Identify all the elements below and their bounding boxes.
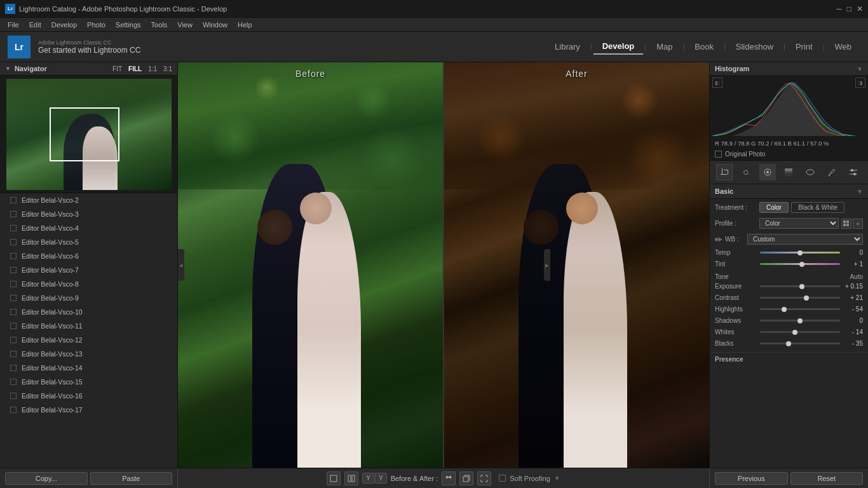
nav-web[interactable]: Web [826,39,861,54]
menu-window[interactable]: Window [198,18,233,32]
preset-item-1[interactable]: Editor Belal-Vsco-2 [0,193,177,207]
menu-edit[interactable]: Edit [24,18,46,32]
whites-slider-track[interactable] [760,331,840,333]
basic-collapse-icon[interactable]: ▼ [857,188,863,195]
copy-button[interactable]: Copy... [5,472,88,485]
adjustment-brush-tool[interactable] [824,164,840,180]
exposure-row: Exposure + 0.15 [710,281,868,291]
split-view-button[interactable] [344,471,358,485]
histogram-collapse-icon[interactable]: ▼ [857,65,863,72]
get-started-link[interactable]: Get started with Lightroom CC [38,46,140,55]
wb-select[interactable]: Custom As Shot Auto Daylight Cloudy Shad… [747,234,863,245]
size-3-1[interactable]: 3:1 [163,65,172,72]
menu-develop[interactable]: Develop [46,18,82,32]
highlights-value: - 54 [844,306,863,313]
nav-develop[interactable]: Develop [593,39,644,55]
menu-help[interactable]: Help [233,18,257,32]
preset-item-15[interactable]: Editor Belal-Vsco-16 [0,389,177,403]
preset-item-14[interactable]: Editor Belal-Vsco-15 [0,375,177,389]
preset-item-7[interactable]: Editor Belal-Vsco-8 [0,277,177,291]
profile-grid-icon[interactable] [841,219,851,229]
copy-settings-button[interactable] [459,471,473,485]
swap-before-after-button[interactable] [442,471,456,485]
nav-print[interactable]: Print [787,39,822,54]
size-1-1[interactable]: 1:1 [148,65,157,72]
soft-proofing-checkbox[interactable] [499,475,506,482]
fit-view-button[interactable] [477,471,491,485]
eyedropper-icon[interactable]: ✏ [715,234,722,245]
navigator-collapse-icon[interactable]: ▼ [5,65,11,72]
preset-item-2[interactable]: Editor Belal-Vsco-3 [0,207,177,221]
view-mode-yy[interactable]: Y [362,473,374,484]
preset-item-4[interactable]: Editor Belal-Vsco-5 [0,235,177,249]
preset-item-11[interactable]: Editor Belal-Vsco-12 [0,333,177,347]
maximize-button[interactable]: □ [847,4,851,13]
preset-item-5[interactable]: Editor Belal-Vsco-6 [0,249,177,263]
tint-slider-track[interactable] [760,263,840,265]
preset-item-13[interactable]: Editor Belal-Vsco-14 [0,361,177,375]
view-mode-y2[interactable]: Y [375,473,387,484]
tint-row: Tint + 1 [710,259,868,269]
svg-rect-15 [843,220,846,223]
menu-view[interactable]: View [172,18,198,32]
single-view-button[interactable] [327,471,341,485]
title-text: Lightroom Catalog - Adobe Photoshop Ligh… [19,5,836,13]
left-panel-collapse[interactable]: ◂ [178,249,184,281]
previous-button[interactable]: Previous [715,472,788,485]
menu-tools[interactable]: Tools [146,18,173,32]
preset-item-12[interactable]: Editor Belal-Vsco-13 [0,347,177,361]
paste-button[interactable]: Paste [90,472,173,485]
size-fill[interactable]: FILL [128,65,142,72]
graduated-filter-tool[interactable] [780,164,797,180]
temp-slider-track[interactable] [760,252,840,254]
treatment-label: Treatment : [715,204,759,211]
highlights-slider-track[interactable] [760,308,840,310]
right-panel: Histogram ▼ ◧ ◨ [709,62,868,468]
preset-item-16[interactable]: Editor Belal-Vsco-17 [0,403,177,417]
blacks-slider-track[interactable] [760,342,840,344]
presence-label: Presence [715,356,743,363]
spot-removal-tool[interactable]: ○ [738,164,754,180]
size-fit[interactable]: FIT [112,65,122,72]
shadows-slider-track[interactable] [760,320,840,322]
nav-book[interactable]: Book [686,39,722,54]
bw-treatment-button[interactable]: Black & White [791,202,844,213]
profile-add-icon[interactable]: + [853,219,863,229]
before-after-label: Before & After : [391,475,438,482]
nav-library[interactable]: Library [546,39,589,54]
nav-sep-2: | [644,43,646,51]
original-photo-checkbox[interactable] [715,151,722,158]
nav-map[interactable]: Map [648,39,681,54]
preset-item-9[interactable]: Editor Belal-Vsco-10 [0,305,177,319]
close-button[interactable]: ✕ [857,4,863,13]
auto-button[interactable]: Auto [850,273,863,280]
before-pane: Before [178,62,444,468]
menu-photo[interactable]: Photo [82,18,111,32]
svg-rect-20 [348,475,351,482]
window-controls[interactable]: ─ □ ✕ [836,4,863,13]
histogram-highlight-clipping[interactable]: ◨ [855,78,865,88]
soft-proofing-expand[interactable]: ▼ [554,475,560,482]
preset-item-6[interactable]: Editor Belal-Vsco-7 [0,263,177,277]
titlebar: Lr Lightroom Catalog - Adobe Photoshop L… [0,0,868,18]
preset-item-10[interactable]: Editor Belal-Vsco-11 [0,319,177,333]
preset-item-3[interactable]: Editor Belal-Vsco-4 [0,221,177,235]
color-treatment-button[interactable]: Color [759,202,789,213]
right-panel-collapse[interactable]: ▸ [544,249,550,281]
reset-button[interactable]: Reset [790,472,864,485]
minimize-button[interactable]: ─ [836,4,842,13]
menu-settings[interactable]: Settings [111,18,146,32]
contrast-slider-track[interactable] [760,297,840,299]
crop-tool[interactable] [716,164,733,180]
preset-item-8[interactable]: Editor Belal-Vsco-9 [0,291,177,305]
exposure-slider-track[interactable] [760,285,840,287]
redeye-tool[interactable] [759,164,776,180]
radial-filter-tool[interactable] [802,164,818,180]
nav-sep-4: | [724,43,726,51]
histogram-shadow-clipping[interactable]: ◧ [712,78,722,88]
nav-slideshow[interactable]: Slideshow [727,39,782,54]
profile-select[interactable]: Color [759,218,839,229]
center-panel: Before [178,62,709,468]
menu-file[interactable]: File [3,18,24,32]
range-mask-tool[interactable] [845,164,862,180]
